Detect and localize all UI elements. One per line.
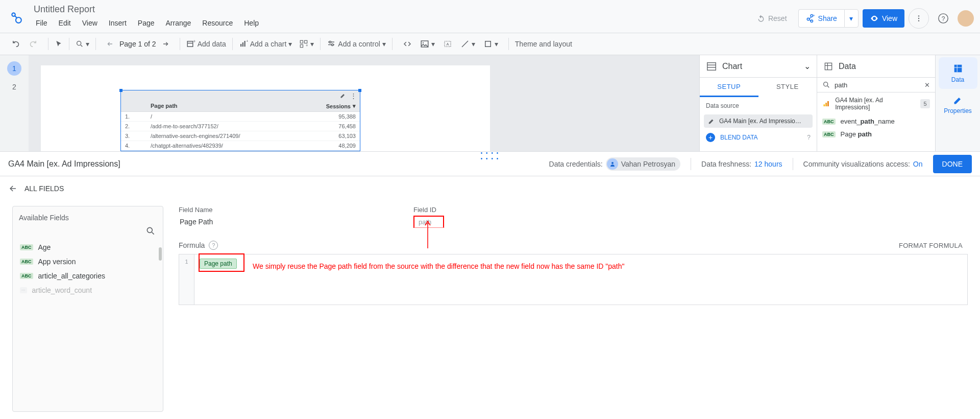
blend-data-button[interactable]: BLEND DATA [720, 134, 758, 141]
field-id-input[interactable]: path [413, 216, 444, 228]
url-embed-button[interactable] [400, 36, 415, 52]
col-sessions[interactable]: Sessions ▾ [304, 101, 360, 111]
field-search-input[interactable] [835, 81, 920, 89]
svg-text:+: + [246, 39, 248, 43]
help-icon[interactable]: ? [807, 134, 811, 141]
data-source-label: Data source [700, 97, 817, 114]
table-row: 2./add-me-to-search/377152/76,458 [121, 122, 360, 131]
menu-help[interactable]: Help [239, 17, 264, 29]
menu-edit[interactable]: Edit [54, 17, 76, 29]
image-button[interactable]: ▾ [417, 36, 438, 52]
menu-arrange[interactable]: Arrange [161, 17, 197, 29]
looker-studio-logo[interactable] [6, 7, 27, 28]
menu-page[interactable]: Page [133, 17, 160, 29]
available-field[interactable]: ABCApp version [19, 254, 159, 269]
community-viz-access[interactable]: Community visualizations access: On [803, 160, 923, 168]
data-source-item[interactable]: GA4 Main [ex. Ad Impressions] 5 [817, 92, 935, 115]
menu-view[interactable]: View [77, 17, 103, 29]
view-button[interactable]: View [863, 9, 904, 28]
add-data-button[interactable]: +Add data [183, 36, 229, 52]
menu-file[interactable]: File [31, 17, 53, 29]
chart-type-dropdown[interactable]: ⌄ [804, 61, 811, 71]
menu-insert[interactable]: Insert [104, 17, 132, 29]
svg-line-30 [462, 41, 468, 47]
more-options-button[interactable] [909, 8, 929, 29]
svg-rect-35 [825, 63, 831, 69]
undo-button[interactable] [8, 36, 23, 52]
selection-tool[interactable] [52, 36, 66, 52]
page-tab-2[interactable]: 2 [7, 80, 21, 94]
next-page-button[interactable] [158, 36, 173, 52]
done-button[interactable]: DONE [933, 155, 972, 173]
zoom-dropdown[interactable]: ▾ [72, 36, 92, 52]
add-control-dropdown[interactable]: Add a control ▾ [324, 36, 389, 52]
svg-point-9 [77, 41, 81, 45]
svg-rect-16 [244, 41, 245, 46]
available-field[interactable]: ABCAge [19, 240, 159, 254]
drag-handle[interactable]: • • • •• • • • [481, 150, 499, 161]
field-item[interactable]: ABC event_path_name [817, 115, 935, 128]
text-button[interactable]: A [440, 36, 455, 52]
abc-type-icon: ABC [20, 259, 33, 265]
share-button[interactable]: + Share [798, 9, 844, 28]
tab-style[interactable]: STYLE [758, 78, 817, 97]
formula-editor[interactable]: 1 Page path [179, 254, 968, 305]
side-rail: Data Properties [935, 55, 980, 151]
sort-desc-icon: ▾ [353, 103, 356, 109]
svg-point-46 [611, 162, 614, 164]
edit-icon[interactable] [340, 92, 346, 99]
field-item[interactable]: ABC Page path [817, 128, 935, 141]
format-formula-button[interactable]: FORMAT FORMULA [899, 242, 963, 249]
search-icon [822, 81, 830, 89]
ga-icon [822, 100, 830, 108]
table-chart[interactable]: ⋮ Page path Sessions ▾ 1./95,388 2./add-… [120, 90, 360, 151]
all-fields-label[interactable]: ALL FIELDS [24, 184, 64, 193]
share-dropdown[interactable]: ▾ [844, 9, 859, 28]
document-title[interactable]: Untitled Report [31, 3, 264, 16]
menu-resource[interactable]: Resource [197, 17, 238, 29]
rail-properties-button[interactable]: Properties [939, 89, 977, 121]
formula-field-chip[interactable]: Page path [200, 259, 237, 269]
svg-rect-41 [825, 103, 827, 106]
add-icon[interactable]: + [706, 133, 715, 142]
community-viz-button[interactable]: + ▾ [296, 36, 317, 52]
available-field[interactable]: ···article_word_count [19, 283, 159, 297]
scrollbar-thumb[interactable] [159, 247, 162, 261]
menu-bar: File Edit View Insert Page Arrange Resou… [31, 17, 264, 29]
field-name-input[interactable]: Page Path [179, 216, 383, 228]
back-button[interactable] [8, 183, 18, 194]
prev-page-button[interactable] [103, 36, 117, 52]
search-icon[interactable] [19, 226, 159, 236]
user-icon [607, 158, 618, 170]
pencil-icon [953, 95, 963, 105]
tab-setup[interactable]: SETUP [700, 78, 758, 97]
more-icon[interactable]: ⋮ [350, 92, 357, 100]
redo-button[interactable] [26, 36, 41, 52]
add-chart-dropdown[interactable]: +Add a chart ▾ [236, 36, 296, 52]
svg-line-2 [15, 16, 17, 18]
field-name-label: Field Name [179, 206, 383, 214]
available-field[interactable]: ABCarticle_all_categories [19, 269, 159, 283]
data-freshness[interactable]: Data freshness: 12 hours [701, 160, 782, 168]
credentials-chip[interactable]: Vahan Petrosyan [606, 157, 680, 171]
data-source-chip[interactable]: GA4 Main [ex. Ad Impressio… [704, 114, 813, 128]
canvas[interactable]: ⋮ Page path Sessions ▾ 1./95,388 2./add-… [29, 55, 699, 151]
report-page[interactable]: ⋮ Page path Sessions ▾ 1./95,388 2./add-… [41, 65, 490, 151]
svg-point-47 [147, 227, 152, 232]
help-button[interactable]: ? [933, 8, 953, 29]
toolbar: ▾ Page 1 of 2 +Add data +Add a chart ▾ +… [0, 33, 980, 55]
help-icon[interactable]: ? [209, 241, 218, 250]
svg-text:?: ? [942, 15, 945, 22]
svg-point-4 [918, 15, 919, 16]
svg-rect-20 [301, 45, 303, 48]
line-button[interactable]: ▾ [457, 36, 478, 52]
col-page-path[interactable]: Page path [146, 101, 304, 111]
line-gutter: 1 [179, 254, 194, 305]
user-avatar[interactable] [958, 10, 974, 27]
clear-icon[interactable]: ✕ [924, 81, 930, 89]
page-tab-1[interactable]: 1 [7, 61, 21, 76]
reset-button[interactable]: Reset [750, 9, 794, 28]
shape-button[interactable]: ▾ [480, 36, 501, 52]
theme-layout-button[interactable]: Theme and layout [512, 36, 575, 52]
rail-data-button[interactable]: Data [939, 57, 977, 89]
